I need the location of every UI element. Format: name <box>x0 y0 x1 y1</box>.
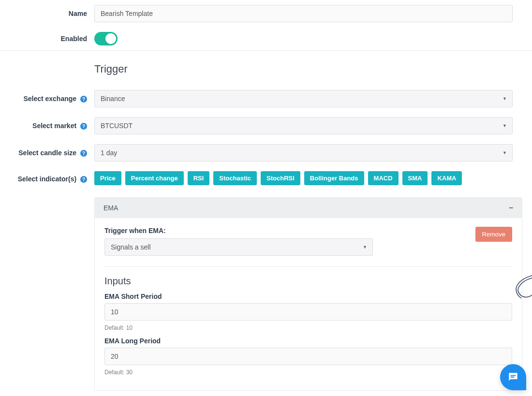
ema-short-hint: Default: 10 <box>104 324 512 331</box>
name-label: Name <box>10 10 94 17</box>
market-label: Select market <box>32 122 76 130</box>
name-input[interactable] <box>94 5 513 22</box>
ema-trigger-select[interactable] <box>104 238 373 256</box>
svg-rect-1 <box>511 377 515 378</box>
enabled-toggle[interactable] <box>94 32 118 45</box>
ema-long-hint: Default: 30 <box>104 369 512 376</box>
ema-short-input[interactable] <box>104 303 512 321</box>
indicator-pill-percent-change[interactable]: Percent change <box>125 171 184 185</box>
candle-label: Select candle size <box>18 149 76 157</box>
remove-button[interactable]: Remove <box>475 227 512 242</box>
ema-panel-title: EMA <box>103 204 118 212</box>
minus-icon[interactable]: − <box>509 204 513 212</box>
inputs-heading: Inputs <box>104 276 512 287</box>
trigger-section-title: Trigger <box>94 63 532 75</box>
indicator-pill-price[interactable]: Price <box>94 171 121 185</box>
help-icon[interactable]: ? <box>80 96 87 103</box>
ema-short-label: EMA Short Period <box>104 293 512 300</box>
indicators-label: Select indicator(s) <box>18 175 76 183</box>
indicator-pill-macd[interactable]: MACD <box>368 171 399 185</box>
decorative-doodle-icon <box>513 273 532 300</box>
help-icon[interactable]: ? <box>80 176 87 183</box>
ema-long-label: EMA Long Period <box>104 337 512 345</box>
ema-panel-header[interactable]: EMA − <box>95 198 522 218</box>
help-icon[interactable]: ? <box>80 123 87 130</box>
indicator-pill-rsi[interactable]: RSI <box>188 171 210 185</box>
enabled-label: Enabled <box>10 35 94 43</box>
exchange-select[interactable] <box>94 90 513 107</box>
section-divider <box>0 50 532 51</box>
indicator-pill-bollinger-bands[interactable]: Bollinger Bands <box>304 171 364 185</box>
chat-button[interactable] <box>500 364 526 390</box>
help-icon[interactable]: ? <box>80 150 87 157</box>
indicator-pill-stochastic[interactable]: Stochastic <box>213 171 257 185</box>
candle-select[interactable] <box>94 144 513 161</box>
chat-icon <box>507 371 519 383</box>
ema-long-input[interactable] <box>104 348 512 365</box>
exchange-label: Select exchange <box>23 95 76 103</box>
indicator-pill-kama[interactable]: KAMA <box>431 171 462 185</box>
indicator-pill-sma[interactable]: SMA <box>402 171 428 185</box>
market-select[interactable] <box>94 117 513 134</box>
indicator-pill-stochrsi[interactable]: StochRSI <box>261 171 300 185</box>
ema-trigger-label: Trigger when EMA: <box>104 227 373 235</box>
svg-rect-0 <box>511 375 516 376</box>
